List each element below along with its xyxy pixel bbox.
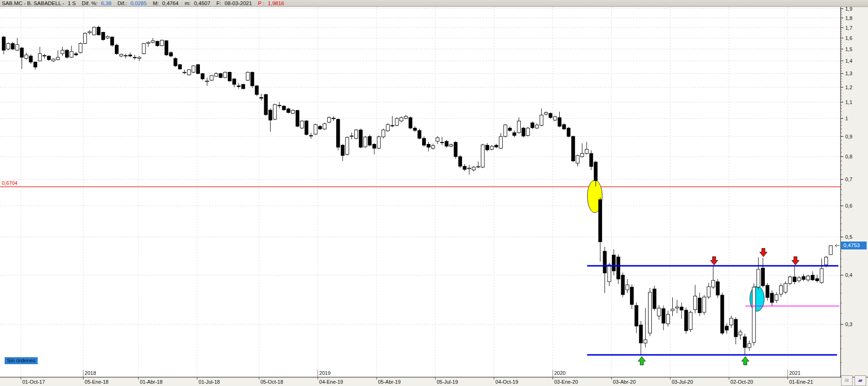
svg-text:03-Abr-20: 03-Abr-20 [613,379,636,385]
wave-icon: ≋ [844,377,849,384]
date-label: F: [217,0,221,6]
symbol-label: SAB.MC - B. SABADELL - [2,0,64,6]
svg-text:0,5: 0,5 [845,234,852,240]
chart-wave-button[interactable]: ≋ [841,375,853,386]
svg-text:0,9: 0,9 [845,134,852,139]
svg-text:0,3: 0,3 [845,321,852,327]
svg-text:1,8: 1,8 [845,15,852,21]
date-value: 08-03-2021 [225,0,252,6]
svg-text:0,7: 0,7 [845,177,852,182]
svg-text:05-Ene-18: 05-Ene-18 [85,379,108,385]
svg-text:0,4: 0,4 [845,272,852,278]
dif-value: 0,0285 [130,0,146,6]
svg-text:05-Oct-18: 05-Oct-18 [260,379,283,385]
last-price-badge: 0,4753 [841,242,867,249]
svg-text:1,1: 1,1 [845,99,852,105]
chart-header: SAB.MC - B. SABADELL - 1 S Dif. %: 6,38 … [0,0,868,7]
svg-text:2020: 2020 [554,370,565,376]
dif-pct-label: Dif. %: [82,0,98,6]
svg-text:2019: 2019 [319,370,331,376]
svg-text:01-Jul-18: 01-Jul-18 [199,379,220,385]
svg-text:1,2: 1,2 [845,85,852,90]
save-icon: ▰ [858,377,863,384]
svg-text:03-Ene-20: 03-Ene-20 [554,379,578,385]
min-label: m: [185,0,191,6]
svg-text:04-Ene-19: 04-Ene-19 [319,379,343,385]
dif-label: Dif.: [118,0,127,6]
svg-text:2018: 2018 [85,370,96,376]
timeframe-label: 1 S [68,0,76,6]
svg-text:1,3: 1,3 [845,71,852,76]
svg-text:1,7: 1,7 [845,25,852,31]
candlestick-chart[interactable]: 0,67041,91,81,71,61,51,41,31,21,110,90,8… [0,0,868,386]
p-value: 1,9816 [268,0,284,6]
svg-text:03-Jul-20: 03-Jul-20 [672,379,693,385]
dif-pct-value: 6,38 [101,0,111,6]
min-value: 0,4507 [194,0,210,6]
svg-text:02-Oct-20: 02-Oct-20 [730,379,753,385]
svg-text:1,6: 1,6 [845,35,852,41]
svg-text:01-Abr-18: 01-Abr-18 [140,379,163,385]
save-chart-button[interactable]: ▰ [855,375,866,386]
svg-text:01-Ene-21: 01-Ene-21 [789,379,813,385]
svg-text:0,8: 0,8 [845,154,852,159]
svg-text:05-Abr-19: 05-Abr-19 [378,379,401,385]
orders-status-badge: Sin órdenes [5,357,38,364]
svg-text:0,6: 0,6 [845,203,852,209]
trading-chart-window: SAB.MC - B. SABADELL - 1 S Dif. %: 6,38 … [0,0,868,386]
svg-text:1: 1 [845,116,848,121]
svg-text:0,6704: 0,6704 [2,180,18,186]
max-value: 0,4764 [162,0,179,6]
svg-text:1,4: 1,4 [845,58,852,64]
p-label: P : [258,0,265,6]
max-label: M: [153,0,159,6]
svg-text:01-Oct-17: 01-Oct-17 [22,379,45,385]
svg-text:04-Oct-19: 04-Oct-19 [496,379,518,385]
svg-text:1,5: 1,5 [845,46,852,52]
svg-text:05-Jul-19: 05-Jul-19 [437,379,458,385]
svg-text:2021: 2021 [789,370,800,376]
